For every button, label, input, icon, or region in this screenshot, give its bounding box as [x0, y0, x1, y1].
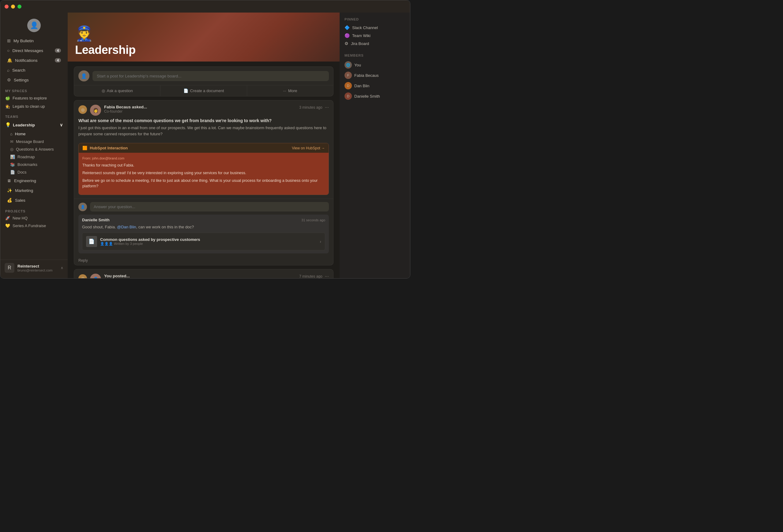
user-avatar-top[interactable]: 👤 — [27, 19, 41, 32]
sidebar-sub-roadmap-label: Roadmap — [18, 155, 35, 159]
doc-reference[interactable]: 📄 Common questions asked by prospective … — [82, 233, 325, 251]
post-card-1: ◎ 👩 Fabia Becaus asked... Co-founder 3 m… — [74, 100, 334, 265]
question-icon: ◎ — [102, 89, 105, 93]
slack-icon: 🔷 — [344, 25, 350, 30]
hero-content: 👮 Leadership — [68, 20, 340, 62]
member-danielle[interactable]: D Danielle Smith — [344, 91, 405, 101]
members-section: MEMBERS 🌐 You F Fabia Becaus D Dan Blin … — [344, 54, 405, 101]
sidebar-item-legals[interactable]: 🧑‍⚖️ Legals to clean up — [0, 102, 68, 110]
sidebar-item-bulletin[interactable]: ⊞ My Bulletin — [2, 36, 66, 45]
post-1-time-actions: 3 minutes ago ··· — [299, 105, 329, 110]
member-dan[interactable]: D Dan Blin — [344, 80, 405, 91]
sidebar-item-search[interactable]: ⌕ Search — [2, 66, 66, 75]
footer-chevron-icon[interactable]: ∧ — [61, 266, 63, 270]
sidebar-team-sales[interactable]: 💰 Sales — [2, 196, 66, 205]
sidebar-project-new-hq-label: New HQ — [12, 216, 28, 221]
sidebar-sub-message-board[interactable]: ✉ Message Board — [0, 138, 68, 145]
sidebar-team-engineering[interactable]: 🖥 Engineering — [2, 176, 66, 185]
post-2-meta: You posted... Co-founder — [104, 274, 296, 278]
company-avatar: R — [5, 263, 14, 273]
sidebar-sub-bookmarks[interactable]: 📚 Bookmarks — [0, 161, 68, 168]
sidebar-sub-qa[interactable]: ◎ Questions & Answers — [0, 145, 68, 153]
post-2-time: 7 minutes ago — [299, 274, 322, 278]
post-1-header: ◎ 👩 Fabia Becaus asked... Co-founder 3 m… — [74, 100, 333, 118]
hero-title: Leadership — [75, 43, 332, 57]
sidebar-project-series-a[interactable]: 💛 Series A Fundraise — [0, 222, 68, 230]
post-1-more-button[interactable]: ··· — [325, 105, 329, 110]
sidebar-sub-roadmap[interactable]: 📊 Roadmap — [0, 153, 68, 161]
hubspot-content: Thanks for reaching out Fabia. Reinterse… — [82, 163, 325, 189]
main-content: 👮 Leadership 👤 ◎ Ask a question — [68, 12, 340, 278]
post-2-type-icon: ◎ — [79, 274, 87, 278]
traffic-lights — [5, 5, 22, 8]
pinned-slack-channel[interactable]: 🔷 Slack Channel — [344, 24, 405, 32]
chevron-down-icon: ∨ — [60, 123, 63, 127]
close-button[interactable] — [5, 5, 8, 8]
doc-ref-info: Common questions asked by prospective cu… — [100, 237, 320, 246]
post-2-role: Co-founder — [104, 278, 296, 278]
feed-area: 👤 ◎ Ask a question 📄 Create a document — [68, 62, 340, 278]
minimize-button[interactable] — [11, 5, 15, 8]
pinned-wiki-label: Team Wiki — [352, 33, 371, 38]
my-spaces-label: MY SPACES — [0, 85, 68, 94]
composer-top: 👤 — [74, 67, 333, 85]
hubspot-line-3: Before we go on to schedule a meeting, I… — [82, 178, 325, 190]
post-1-avatar: 👩 — [90, 105, 101, 116]
doc-ref-meta: 👤👤👤 Written by 3 people — [100, 242, 320, 246]
comment-1-header: Danielle Smith 31 seconds ago — [82, 218, 325, 222]
sidebar-item-settings[interactable]: ⚙ Settings — [2, 75, 66, 85]
sidebar-sub-home[interactable]: ⌂ Home — [0, 130, 68, 138]
comment-1: Danielle Smith 31 seconds ago Good shout… — [79, 214, 329, 254]
member-you[interactable]: 🌐 You — [344, 60, 405, 70]
doc-ref-arrow-icon: › — [320, 239, 321, 244]
sidebar-item-dm-label: Direct Messages — [12, 48, 43, 53]
series-a-icon: 💛 — [5, 224, 10, 228]
post-2-header: ◎ 👤 You posted... Co-founder 7 minutes a… — [74, 269, 333, 278]
hubspot-link[interactable]: View on HubSpot → — [292, 146, 325, 150]
member-fabia[interactable]: F Fabia Becaus — [344, 70, 405, 80]
sidebar-item-direct-messages[interactable]: ○ Direct Messages 4 — [2, 46, 66, 55]
sidebar-item-features[interactable]: 🍏 Features to explore — [0, 94, 68, 102]
sidebar-item-notifications[interactable]: 🔔 Notifications 4 — [2, 56, 66, 65]
legals-icon: 🧑‍⚖️ — [5, 104, 10, 109]
member-dan-avatar: D — [344, 82, 352, 89]
sidebar-project-new-hq[interactable]: 🚀 New HQ — [0, 214, 68, 222]
post-1-author: Fabia Becaus asked... — [104, 105, 296, 109]
hubspot-from: From: john.doe@brand.com — [82, 157, 325, 160]
hubspot-body: From: john.doe@brand.com Thanks for reac… — [79, 153, 328, 195]
sidebar-sub-home-label: Home — [15, 132, 26, 136]
composer-input[interactable] — [92, 71, 329, 81]
sidebar-item-settings-label: Settings — [14, 78, 29, 82]
reply-input[interactable] — [90, 202, 329, 211]
hubspot-icon: 🟧 — [82, 146, 87, 150]
doc-ref-title: Common questions asked by prospective cu… — [100, 237, 320, 242]
sidebar-team-leadership[interactable]: 💡 Leadership ∨ — [0, 120, 68, 130]
composer-actions: ◎ Ask a question 📄 Create a document ···… — [74, 85, 333, 96]
sidebar-team-marketing[interactable]: ✨ Marketing — [2, 186, 66, 195]
message-board-icon: ✉ — [10, 139, 13, 144]
sidebar-sub-docs[interactable]: 📄 Docs — [0, 168, 68, 176]
sidebar-sub-qa-label: Questions & Answers — [16, 147, 54, 152]
comment-1-time: 31 seconds ago — [301, 218, 325, 222]
bookmarks-icon: 📚 — [10, 162, 15, 167]
ask-question-button[interactable]: ◎ Ask a question — [74, 86, 160, 96]
pinned-jira-board[interactable]: ⚙ Jira Board — [344, 39, 405, 47]
docs-icon: 📄 — [10, 170, 15, 174]
main-layout: 👤 ⊞ My Bulletin ○ Direct Messages 4 🔔 No… — [0, 12, 410, 278]
hubspot-card: 🟧 HubSpot Interaction View on HubSpot → … — [79, 143, 329, 195]
hubspot-header: 🟧 HubSpot Interaction View on HubSpot → — [79, 143, 328, 153]
features-icon: 🍏 — [5, 96, 10, 100]
hubspot-line-2: Reintersect sounds great! I'd be very in… — [82, 170, 325, 176]
pinned-team-wiki[interactable]: 🟣 Team Wiki — [344, 32, 405, 39]
create-document-button[interactable]: 📄 Create a document — [160, 86, 247, 96]
post-2-avatar: 👤 — [90, 274, 101, 278]
maximize-button[interactable] — [18, 5, 22, 8]
sidebar-team-leadership-label: Leadership — [13, 123, 35, 127]
post-2-more-button[interactable]: ··· — [325, 274, 329, 278]
reply-button[interactable]: Reply — [74, 257, 333, 265]
more-button[interactable]: ··· More — [247, 86, 333, 96]
member-danielle-avatar: D — [344, 93, 352, 100]
home-icon: ⌂ — [10, 132, 12, 136]
member-fabia-label: Fabia Becaus — [354, 73, 379, 78]
mention-dan: @Dan Blin — [117, 225, 136, 229]
